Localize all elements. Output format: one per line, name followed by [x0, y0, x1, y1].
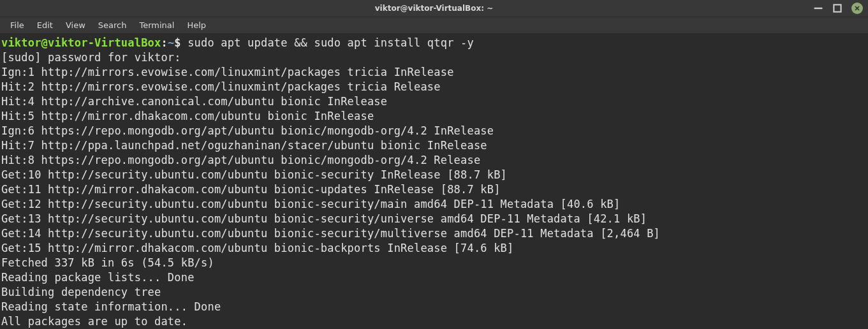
- output-line: Hit:8 https://repo.mongodb.org/apt/ubunt…: [1, 153, 867, 168]
- svg-rect-1: [834, 4, 841, 11]
- menu-edit[interactable]: Edit: [31, 18, 59, 33]
- output-line: All packages are up to date.: [1, 314, 867, 329]
- prompt-dollar: $: [174, 36, 188, 49]
- output-line: Reading package lists... Done: [1, 270, 867, 285]
- output-line: [sudo] password for viktor:: [1, 50, 867, 65]
- menu-terminal[interactable]: Terminal: [133, 18, 180, 33]
- close-button[interactable]: [851, 3, 863, 14]
- output-line: Get:10 http://security.ubuntu.com/ubuntu…: [1, 168, 867, 182]
- output-line: Fetched 337 kB in 6s (54.5 kB/s): [1, 256, 867, 270]
- output-line: Ign:1 http://mirrors.evowise.com/linuxmi…: [1, 65, 867, 80]
- minimize-button[interactable]: [813, 3, 823, 13]
- window-controls: [813, 0, 863, 17]
- terminal-area[interactable]: viktor@viktor-VirtualBox:~$ sudo apt upd…: [0, 33, 868, 329]
- output-line: Hit:4 http://archive.canonical.com/ubunt…: [1, 94, 867, 109]
- output-line: Get:12 http://security.ubuntu.com/ubuntu…: [1, 197, 867, 212]
- output-line: Hit:7 http://ppa.launchpad.net/oguzhanin…: [1, 138, 867, 153]
- prompt-line: viktor@viktor-VirtualBox:~$ sudo apt upd…: [1, 36, 867, 50]
- menu-search[interactable]: Search: [92, 18, 133, 33]
- output-line: Get:13 http://security.ubuntu.com/ubuntu…: [1, 212, 867, 226]
- terminal-window: viktor@viktor-VirtualBox: ~ File Edit Vi…: [0, 0, 868, 329]
- output-line: Building dependency tree: [1, 285, 867, 300]
- output-line: Get:15 http://mirror.dhakacom.com/ubuntu…: [1, 241, 867, 256]
- output-line: Get:14 http://security.ubuntu.com/ubuntu…: [1, 226, 867, 241]
- prompt-user-host: viktor@viktor-VirtualBox: [1, 36, 161, 49]
- output-line: Reading state information... Done: [1, 300, 867, 314]
- menu-file[interactable]: File: [4, 18, 31, 33]
- prompt-path: ~: [168, 36, 174, 49]
- output-line: Get:11 http://mirror.dhakacom.com/ubuntu…: [1, 182, 867, 197]
- maximize-button[interactable]: [832, 3, 842, 13]
- prompt-command: sudo apt update && sudo apt install qtqr…: [188, 36, 474, 49]
- titlebar: viktor@viktor-VirtualBox: ~: [0, 0, 868, 17]
- menu-view[interactable]: View: [59, 18, 92, 33]
- output-line: Ign:6 https://repo.mongodb.org/apt/ubunt…: [1, 124, 867, 138]
- menubar: File Edit View Search Terminal Help: [0, 17, 868, 33]
- menu-help[interactable]: Help: [180, 18, 212, 33]
- window-title: viktor@viktor-VirtualBox: ~: [375, 4, 494, 13]
- prompt-colon: :: [161, 36, 167, 49]
- output-line: Hit:5 http://mirror.dhakacom.com/ubuntu …: [1, 109, 867, 124]
- output-line: Hit:2 http://mirrors.evowise.com/linuxmi…: [1, 80, 867, 94]
